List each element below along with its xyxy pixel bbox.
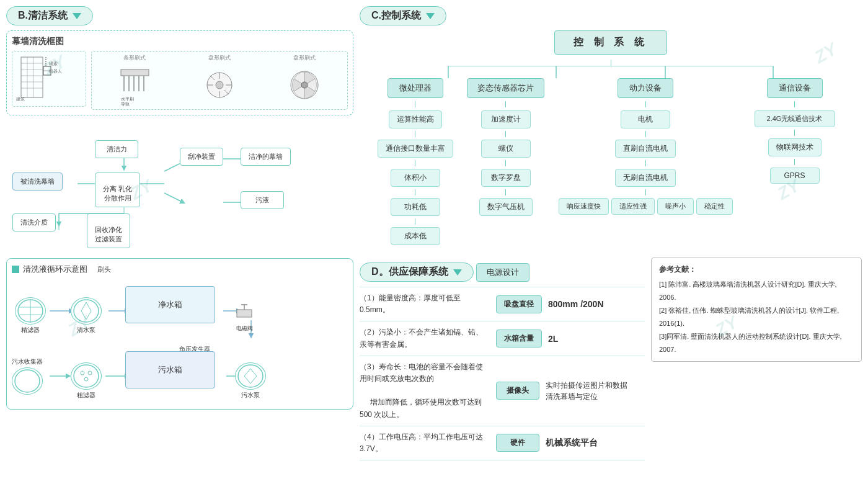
power-item-2: 无刷自流电机	[615, 169, 676, 187]
disc-brush-1: 盘形刷式	[179, 54, 260, 107]
spec-row-0: （1）能量密度高：厚度可低至 0.5mm。 吸盘直径 800mm /200N	[360, 287, 645, 321]
spec-spec-0: 吸盘直径 800mm /200N	[496, 295, 645, 313]
building-diagram: 绳索 机器人 建筑	[12, 51, 86, 107]
curtain-wall-content: 绳索 机器人 建筑 条形刷式	[12, 51, 348, 110]
comm-item-1: 物联网技术	[768, 138, 822, 156]
control-tree: 控 制 系 统 微处理器	[360, 30, 862, 249]
supply-section: D。供应保障系统 电源设计 （1）能量密度高：厚度可低至 0.5mm。 吸盘直径…	[360, 262, 645, 460]
connector-mp	[415, 101, 415, 107]
cycle-title: 清洗液循环示意图	[23, 264, 87, 275]
disc-brush-2-label: 盘形刷式	[293, 54, 316, 62]
clean-water-pump: 清水泵	[71, 297, 102, 334]
spec-value-3: 机械系统平台	[546, 437, 598, 449]
clean-water-pump-label: 清水泵	[71, 326, 102, 334]
svg-point-62	[81, 371, 84, 375]
strip-brush: 条形刷式 水平刷 导轨	[94, 54, 175, 107]
power-design-badge: 电源设计	[476, 263, 529, 282]
sewage-box: 污液	[241, 191, 284, 209]
references-container: 参考文献： [1] 陈沛富. 高楼玻璃幕墙清洗机器人设计研究[D]. 重庆大学,…	[651, 258, 862, 460]
ctrl-col-power: 动力设备 电机 直刷自流电机 无刷自流电机 响应	[559, 78, 733, 245]
ctrl-node-microprocessor: 微处理器	[388, 78, 443, 98]
power-items: 电机 直刷自流电机 无刷自流电机 响应速度快 适应性强 噪声小	[559, 110, 733, 215]
ctrl-level1-row: 微处理器 运算性能高 通信接口数量丰富 体积小 功耗低 成本低	[378, 78, 844, 245]
mp-item-2: 体积小	[391, 169, 440, 187]
supply-title: D。供应保障系统	[371, 266, 448, 279]
mp-items: 运算性能高 通信接口数量丰富 体积小 功耗低 成本低	[378, 110, 453, 245]
supply-arrow	[453, 269, 462, 276]
spec-value-2: 实时拍摄传运图片和数据清洗幕墙与定位	[546, 380, 627, 402]
sewage-tank: 污水箱	[125, 351, 215, 388]
spec-badge-3: 硬件	[496, 434, 539, 452]
brush-diagrams: 条形刷式 水平刷 导轨	[91, 51, 348, 110]
spec-row-1: （2）污染小：不会产生诸如镉、铅、汞等有害金属。 水箱含量 2L	[360, 321, 645, 355]
comm-items: 2.4G无线通信技术 物联网技术 GPRS	[755, 110, 835, 184]
mp-item-0: 运算性能高	[389, 110, 442, 128]
comm-item-2: GPRS	[770, 168, 820, 184]
svg-point-63	[88, 371, 92, 375]
ctrl-col-comm: 通信设备 2.4G无线通信技术 物联网技术 GPRS	[745, 78, 844, 245]
svg-text:水平刷: 水平刷	[121, 97, 134, 101]
spec-badge-2: 摄像头	[496, 382, 539, 400]
spec-badge-0: 吸盘直径	[496, 295, 542, 313]
svg-rect-14	[121, 70, 149, 76]
svg-text:机器人: 机器人	[49, 69, 62, 74]
specs-container: （1）能量密度高：厚度可低至 0.5mm。 吸盘直径 800mm /200N （…	[360, 287, 645, 460]
sewage-pump: 污水泵	[235, 362, 266, 400]
sewage-pump-label: 污水泵	[235, 391, 266, 400]
svg-point-61	[74, 365, 99, 387]
power-attr-0: 响应速度快	[559, 198, 609, 215]
cycle-title-bar	[12, 266, 19, 273]
supply-header: D。供应保障系统	[360, 262, 474, 282]
net-water-tank: 净水箱	[125, 286, 215, 323]
cycle-diagram: 精滤器 清水泵 净水箱	[12, 280, 348, 404]
spec-text-3: （4）工作电压高：平均工作电压可达 3.7V。	[360, 431, 496, 455]
svg-line-34	[164, 193, 183, 202]
ctrl-col-microprocessor: 微处理器 运算性能高 通信接口数量丰富 体积小 功耗低 成本低	[378, 78, 453, 245]
spec-badge-1: 水箱含量	[496, 330, 542, 348]
svg-point-31	[301, 82, 308, 88]
separate-box: 分离 乳化 分散作用	[95, 173, 140, 207]
mp-item-1: 通信接口数量丰富	[378, 140, 453, 158]
root-connector	[611, 60, 611, 66]
scrape-device-box: 刮净装置	[180, 148, 223, 166]
references-box: 参考文献： [1] 陈沛富. 高楼玻璃幕墙清洗机器人设计研究[D]. 重庆大学,…	[651, 258, 862, 362]
curtain-wall-title: 幕墙清洗框图	[12, 36, 348, 47]
sensor-item-3: 数字气压机	[479, 198, 533, 216]
coarse-filter: 粗滤器	[71, 362, 102, 400]
power-attrs: 响应速度快 适应性强 噪声小 稳定性	[559, 198, 733, 215]
brush-head-label: 刷头	[97, 265, 111, 274]
solenoid-valve: 电磁阀	[235, 303, 254, 333]
spec-spec-1: 水箱含量 2L	[496, 330, 645, 348]
sensor-item-2: 数字罗盘	[481, 169, 531, 187]
curtain-wall-box: 幕墙清洗框图	[6, 30, 353, 115]
svg-text:建筑: 建筑	[16, 97, 25, 101]
sensor-items: 加速度计 螺仪 数字罗盘 数字气压机	[479, 110, 533, 216]
disc-brush-1-label: 盘形刷式	[208, 54, 231, 62]
spec-text-0: （1）能量密度高：厚度可低至 0.5mm。	[360, 292, 496, 316]
sewage-collector: 污水收集器	[12, 357, 43, 395]
control-section-title: C.控制系统	[371, 9, 421, 22]
left-section-header: B.清洁系统	[6, 6, 93, 25]
spec-spec-2: 摄像头 实时拍摄传运图片和数据清洗幕墙与定位	[496, 380, 645, 402]
sensor-item-1: 螺仪	[481, 140, 531, 158]
ctrl-col-sensor: 姿态传感器芯片 加速度计 螺仪 数字罗盘 数字气压机	[466, 78, 546, 245]
ctrl-level1-connectors	[360, 66, 862, 78]
mp-item-4: 成本低	[391, 227, 440, 245]
sensor-item-0: 加速度计	[481, 110, 531, 128]
right-panel: ZY ZY ZY C.控制系统 控 制 系 统	[360, 6, 862, 483]
control-section-arrow	[426, 13, 435, 19]
svg-point-54	[74, 300, 99, 322]
control-section-header: C.控制系统	[360, 6, 446, 25]
spec-row-3: （4）工作电压高：平均工作电压可达 3.7V。 硬件 机械系统平台	[360, 426, 645, 460]
left-panel: ZY ZY ZY B.清洁系统 幕墙清洗框图	[6, 6, 353, 483]
power-item-0: 电机	[621, 110, 670, 128]
ctrl-root: 控 制 系 统	[554, 30, 666, 55]
cleaning-medium-box: 清洗介质	[12, 213, 56, 231]
spec-camera-row: 摄像头 实时拍摄传运图片和数据清洗幕墙与定位	[496, 380, 627, 402]
spec-spec-3: 硬件 机械系统平台	[496, 434, 645, 452]
sewage-tank-label: 污水箱	[158, 364, 182, 375]
svg-point-64	[84, 377, 88, 381]
cycle-header: 清洗液循环示意图 刷头	[12, 264, 348, 275]
ctrl-node-power: 动力设备	[618, 78, 673, 98]
left-section-arrow	[73, 13, 81, 19]
